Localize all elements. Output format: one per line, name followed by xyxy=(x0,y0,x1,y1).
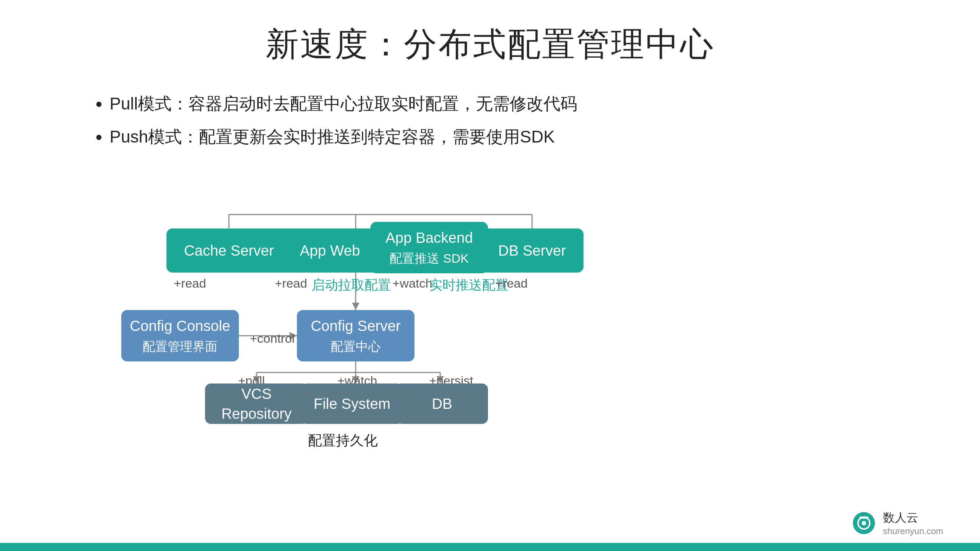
bullet-item-1: Pull模式：容器启动时去配置中心拉取实时配置，无需修改代码 xyxy=(95,92,907,115)
diagram: Cache Server App Web App Backend配置推送 SDK… xyxy=(73,174,907,490)
read3-label: +read xyxy=(495,276,528,291)
app-backend-box: App Backend配置推送 SDK xyxy=(371,222,488,273)
app-web-box: App Web xyxy=(278,229,382,273)
config-console-box: Config Console配置管理界面 xyxy=(121,310,239,362)
db-server-box: DB Server xyxy=(480,229,584,273)
control-label: +control xyxy=(250,331,295,346)
pull-config-label: 启动拉取配置 xyxy=(312,276,391,294)
config-server-box: Config Server配置中心 xyxy=(297,310,415,362)
read1-label: +read xyxy=(174,276,206,291)
bullet-item-2: Push模式：配置更新会实时推送到特定容器，需要使用SDK xyxy=(95,125,907,148)
cache-server-box: Cache Server xyxy=(167,229,291,273)
watch1-label: +watch xyxy=(393,276,433,291)
page-title: 新速度：分布式配置管理中心 xyxy=(73,22,907,67)
persist-caption: 配置持久化 xyxy=(308,431,378,450)
db-box: DB xyxy=(396,384,488,424)
slide: 新速度：分布式配置管理中心 Pull模式：容器启动时去配置中心拉取实时配置，无需… xyxy=(0,0,980,551)
bullet-list: Pull模式：容器启动时去配置中心拉取实时配置，无需修改代码 Push模式：配置… xyxy=(73,92,907,148)
svg-point-23 xyxy=(862,521,866,525)
svg-marker-4 xyxy=(352,303,360,310)
vcs-repo-box: VCS Repository xyxy=(205,384,308,424)
logo-area: 数人云 shurenyun.com xyxy=(851,510,943,536)
svg-rect-24 xyxy=(859,516,868,519)
file-system-box: File System xyxy=(301,384,404,424)
read2-label: +read xyxy=(275,276,307,291)
logo-text: 数人云 shurenyun.com xyxy=(883,510,943,536)
bottom-bar xyxy=(0,543,980,551)
logo-icon xyxy=(851,510,877,536)
